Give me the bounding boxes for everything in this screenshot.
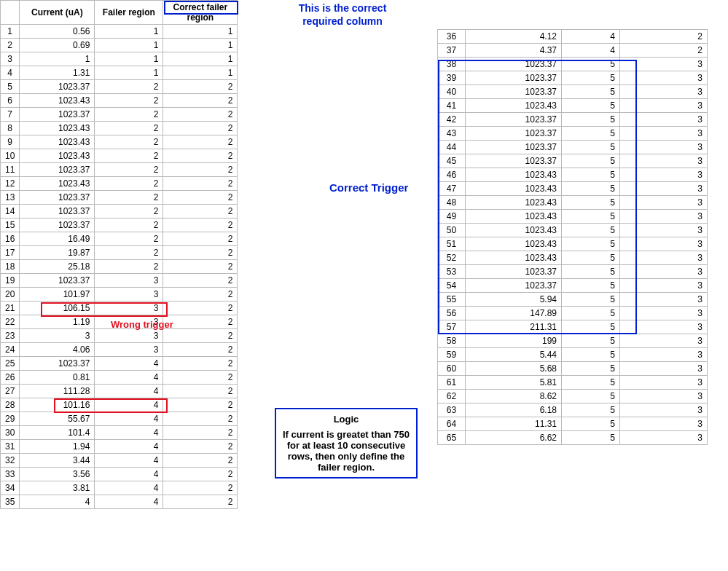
cell-current[interactable]: 1023.37 <box>20 108 95 122</box>
cell-failer[interactable]: 5 <box>562 376 620 390</box>
cell-correct-failer[interactable]: 2 <box>163 481 238 495</box>
cell-failer[interactable]: 5 <box>562 417 620 431</box>
table-row[interactable]: 5819953 <box>438 334 708 348</box>
cell-correct-failer[interactable]: 2 <box>163 232 238 246</box>
table-row[interactable]: 61023.4322 <box>1 94 238 108</box>
table-row[interactable]: 41.3111 <box>1 66 238 80</box>
table-row[interactable]: 605.6853 <box>438 362 708 376</box>
cell-failer[interactable]: 5 <box>562 251 620 265</box>
cell-current[interactable]: 4.06 <box>20 343 95 357</box>
row-number[interactable]: 25 <box>1 357 20 371</box>
table-row[interactable]: 1616.4922 <box>1 232 238 246</box>
table-row[interactable]: 656.6253 <box>438 431 708 445</box>
cell-current[interactable]: 1023.43 <box>20 177 95 191</box>
table-row[interactable]: 421023.3753 <box>438 113 708 127</box>
row-number[interactable]: 7 <box>1 108 20 122</box>
cell-current[interactable]: 1023.43 <box>466 210 562 224</box>
cell-current[interactable]: 1023.37 <box>466 71 562 85</box>
cell-failer[interactable]: 4 <box>95 481 163 495</box>
cell-current[interactable]: 55.67 <box>20 412 95 426</box>
cell-failer[interactable]: 4 <box>95 357 163 371</box>
cell-current[interactable]: 1023.37 <box>466 58 562 71</box>
cell-correct-failer[interactable]: 2 <box>620 44 708 58</box>
cell-correct-failer[interactable]: 1 <box>163 25 238 39</box>
row-number[interactable]: 59 <box>438 348 466 362</box>
cell-failer[interactable]: 4 <box>95 495 163 509</box>
cell-current[interactable]: 1023.43 <box>466 224 562 237</box>
cell-correct-failer[interactable]: 3 <box>620 141 708 154</box>
table-row[interactable]: 364.1242 <box>438 30 708 44</box>
cell-failer[interactable]: 5 <box>562 141 620 154</box>
cell-correct-failer[interactable]: 2 <box>163 260 238 274</box>
row-number[interactable]: 3 <box>1 52 20 66</box>
table-row[interactable]: 471023.4353 <box>438 182 708 196</box>
table-row[interactable]: 244.0632 <box>1 343 238 357</box>
row-number[interactable]: 46 <box>438 168 466 182</box>
cell-correct-failer[interactable]: 3 <box>620 127 708 141</box>
cell-correct-failer[interactable]: 1 <box>163 52 238 66</box>
row-number[interactable]: 2 <box>1 39 20 52</box>
row-number[interactable]: 47 <box>438 182 466 196</box>
cell-correct-failer[interactable]: 3 <box>620 251 708 265</box>
cell-correct-failer[interactable]: 2 <box>163 135 238 149</box>
cell-failer[interactable]: 5 <box>562 265 620 279</box>
cell-current[interactable]: 1023.37 <box>20 218 95 232</box>
row-number[interactable]: 24 <box>1 343 20 357</box>
cell-correct-failer[interactable]: 2 <box>163 288 238 302</box>
cell-correct-failer[interactable]: 3 <box>620 320 708 334</box>
cell-current[interactable]: 101.97 <box>20 288 95 302</box>
table-row[interactable]: 555.9453 <box>438 293 708 307</box>
cell-failer[interactable]: 5 <box>562 293 620 307</box>
table-row[interactable]: 20.6911 <box>1 39 238 52</box>
row-number[interactable]: 49 <box>438 210 466 224</box>
row-number[interactable]: 45 <box>438 154 466 168</box>
cell-correct-failer[interactable]: 2 <box>163 274 238 288</box>
cell-correct-failer[interactable]: 3 <box>620 362 708 376</box>
cell-current[interactable]: 1023.43 <box>466 237 562 251</box>
cell-current[interactable]: 25.18 <box>20 260 95 274</box>
cell-correct-failer[interactable]: 3 <box>620 376 708 390</box>
cell-current[interactable]: 1023.43 <box>466 168 562 182</box>
cell-correct-failer[interactable]: 2 <box>163 218 238 232</box>
row-number[interactable]: 28 <box>1 398 20 412</box>
row-number[interactable]: 16 <box>1 232 20 246</box>
cell-failer[interactable]: 5 <box>562 196 620 210</box>
cell-correct-failer[interactable]: 2 <box>163 412 238 426</box>
cell-current[interactable]: 0.56 <box>20 25 95 39</box>
row-number[interactable]: 44 <box>438 141 466 154</box>
cell-failer[interactable]: 3 <box>95 302 163 315</box>
cell-failer[interactable]: 3 <box>95 274 163 288</box>
cell-current[interactable]: 0.81 <box>20 371 95 385</box>
cell-failer[interactable]: 4 <box>95 412 163 426</box>
cell-current[interactable]: 19.87 <box>20 246 95 260</box>
cell-correct-failer[interactable]: 3 <box>620 265 708 279</box>
table-row[interactable]: 401023.3753 <box>438 85 708 99</box>
row-number[interactable]: 23 <box>1 329 20 343</box>
cell-current[interactable]: 1023.37 <box>20 205 95 218</box>
cell-current[interactable]: 5.44 <box>466 348 562 362</box>
cell-failer[interactable]: 5 <box>562 58 620 71</box>
table-row[interactable]: 71023.3722 <box>1 108 238 122</box>
row-number[interactable]: 10 <box>1 149 20 163</box>
cell-correct-failer[interactable]: 2 <box>163 426 238 440</box>
cell-current[interactable]: 1023.37 <box>20 191 95 205</box>
cell-failer[interactable]: 4 <box>95 468 163 481</box>
cell-correct-failer[interactable]: 2 <box>163 329 238 343</box>
table-row[interactable]: 491023.4353 <box>438 210 708 224</box>
cell-correct-failer[interactable]: 3 <box>620 390 708 403</box>
cell-correct-failer[interactable]: 3 <box>620 307 708 320</box>
cell-failer[interactable]: 1 <box>95 66 163 80</box>
cell-correct-failer[interactable]: 2 <box>163 205 238 218</box>
cell-correct-failer[interactable]: 2 <box>163 385 238 398</box>
cell-current[interactable]: 3.81 <box>20 481 95 495</box>
cell-current[interactable]: 1023.37 <box>466 265 562 279</box>
table-row[interactable]: 131023.3722 <box>1 191 238 205</box>
cell-failer[interactable]: 1 <box>95 39 163 52</box>
cell-failer[interactable]: 1 <box>95 52 163 66</box>
row-number[interactable]: 12 <box>1 177 20 191</box>
row-number[interactable]: 22 <box>1 315 20 329</box>
cell-correct-failer[interactable]: 3 <box>620 168 708 182</box>
cell-failer[interactable]: 5 <box>562 224 620 237</box>
table-row[interactable]: 191023.3732 <box>1 274 238 288</box>
cell-current[interactable]: 1023.43 <box>466 251 562 265</box>
